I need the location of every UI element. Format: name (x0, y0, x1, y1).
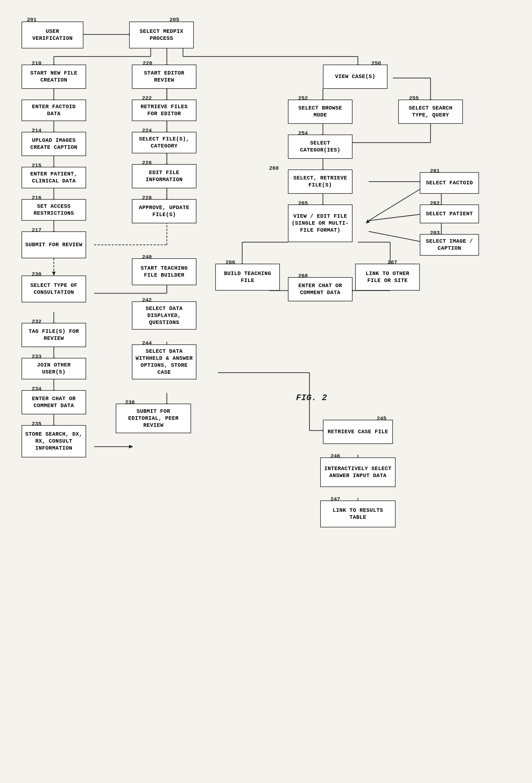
ref-205: 205 (169, 17, 179, 23)
ref-263: 263 (430, 230, 440, 236)
ref-262: 262 (430, 200, 440, 207)
flowchart-diagram: USER VERIFICATION 201 SELECT MEDPIX PROC… (0, 0, 532, 783)
svg-marker-86 (129, 445, 133, 448)
ref-247: 247 (331, 496, 340, 502)
ref-246: 246 (331, 453, 340, 459)
tag-files-box: TAG FILE(S) FOR REVIEW (22, 323, 86, 347)
ref-265: 265 (298, 200, 308, 207)
join-users-box: JOIN OTHER USER(S) (22, 358, 86, 379)
ref-216: 216 (32, 195, 41, 201)
store-search-box: STORE SEARCH, DX, RX, CONSULT INFORMATIO… (22, 425, 86, 458)
select-retrieve-box: SELECT, RETRIEVE FILE(S) (288, 169, 352, 194)
ref-230: 230 (32, 271, 41, 277)
start-editor-box: START EDITOR REVIEW (132, 65, 196, 89)
ref-236: 236 (125, 399, 135, 406)
ref-224: 224 (142, 128, 152, 134)
ref-245: 245 (377, 415, 386, 421)
set-access-box: SET ACCESS RESTRICTIONS (22, 199, 86, 221)
user-verification-box: USER VERIFICATION (22, 22, 84, 49)
svg-line-56 (369, 214, 424, 221)
ref-267: 267 (387, 259, 397, 265)
ref-228: 228 (142, 195, 152, 201)
ref-220: 220 (143, 60, 152, 66)
ref-232: 232 (32, 319, 41, 325)
enter-patient-box: ENTER PATIENT, CLINICAL DATA (22, 167, 86, 188)
ref-268: 268 (298, 273, 308, 279)
ref-215: 215 (32, 162, 41, 169)
ref-210: 210 (32, 60, 41, 66)
link-results-box: LINK TO RESULTS TABLE (320, 500, 396, 527)
select-data-with-box: SELECT DATA WITHHELD & ANSWER OPTIONS, S… (132, 344, 196, 379)
view-edit-file-box: VIEW / EDIT FILE (SINGLE OR MULTI-FILE F… (288, 205, 352, 242)
retrieve-files-editor-box: RETRIEVE FILES FOR EDITOR (132, 99, 196, 121)
select-factoid-box: SELECT FACTOID (420, 172, 479, 194)
submit-review-box: SUBMIT FOR REVIEW (22, 231, 86, 258)
upload-images-box: UPLOAD IMAGES CREATE CAPTION (22, 132, 86, 156)
ref-214: 214 (32, 128, 41, 134)
ref-222: 222 (142, 95, 152, 101)
build-teaching-box: BUILD TEACHING FILE (215, 264, 280, 291)
ref-266: 266 (225, 259, 235, 265)
ref-240: 240 (142, 254, 152, 260)
enter-factoid-box: ENTER FACTOID DATA (22, 99, 86, 121)
enter-chat2-box: ENTER CHAT OR COMMENT DATA (22, 390, 86, 414)
ref-201: 201 (27, 17, 37, 23)
enter-chat-box: ENTER CHAT OR COMMENT DATA (288, 277, 352, 301)
ref-261: 261 (430, 168, 440, 174)
start-new-file-box: START NEW FILE CREATION (22, 65, 86, 89)
svg-line-57 (369, 231, 424, 242)
interactively-box: INTERACTIVELY SELECT ANSWER INPUT DATA (320, 458, 396, 487)
select-consultation-box: SELECT TYPE OF CONSULTATION (22, 276, 86, 303)
select-patient-box: SELECT PATIENT (420, 205, 479, 223)
ref-233: 233 (32, 353, 41, 360)
ref-226: 226 (142, 160, 152, 166)
select-medpix-box: SELECT MEDPIX PROCESS (129, 22, 194, 49)
svg-line-54 (369, 187, 424, 221)
select-categories-box: SELECT CATEGOR(IES) (288, 134, 352, 159)
select-search-box: SELECT SEARCH TYPE, QUERY (398, 99, 463, 124)
ref-250: 250 (371, 60, 381, 66)
select-data-disp-box: SELECT DATA DISPLAYED, QUESTIONS (132, 301, 196, 330)
svg-marker-23 (52, 272, 56, 276)
select-files-cat-box: SELECT FILE(S), CATEGORY (132, 132, 196, 153)
ref-242: 242 (142, 297, 152, 303)
svg-marker-55 (366, 220, 370, 223)
ref-234: 234 (32, 386, 41, 392)
ref-260: 260 (269, 165, 279, 171)
edit-file-info-box: EDIT FILE INFORMATION (132, 164, 196, 188)
retrieve-case-box: RETRIEVE CASE FILE (323, 420, 393, 444)
view-cases-box: VIEW CASE(S) (323, 65, 387, 89)
ref-217: 217 (32, 227, 41, 233)
ref-244: 244 (142, 340, 152, 346)
ref-254: 254 (298, 130, 308, 136)
link-other-box: LINK TO OTHER FILE OR SITE (355, 264, 420, 291)
approve-update-box: APPROVE, UPDATE FILE(S) (132, 199, 196, 223)
ref-235: 235 (32, 421, 41, 427)
ref-252: 252 (298, 95, 308, 101)
submit-editorial-box: SUBMIT FOR EDITORIAL, PEER REVIEW (116, 404, 191, 433)
start-teaching-box: START TEACHING FILE BUILDER (132, 258, 196, 285)
ref-255: 255 (409, 95, 419, 101)
select-browse-box: SELECT BROWSE MODE (288, 99, 352, 124)
figure-label: FIG. 2 (296, 393, 327, 403)
select-image-box: SELECT IMAGE / CAPTION (420, 234, 479, 256)
